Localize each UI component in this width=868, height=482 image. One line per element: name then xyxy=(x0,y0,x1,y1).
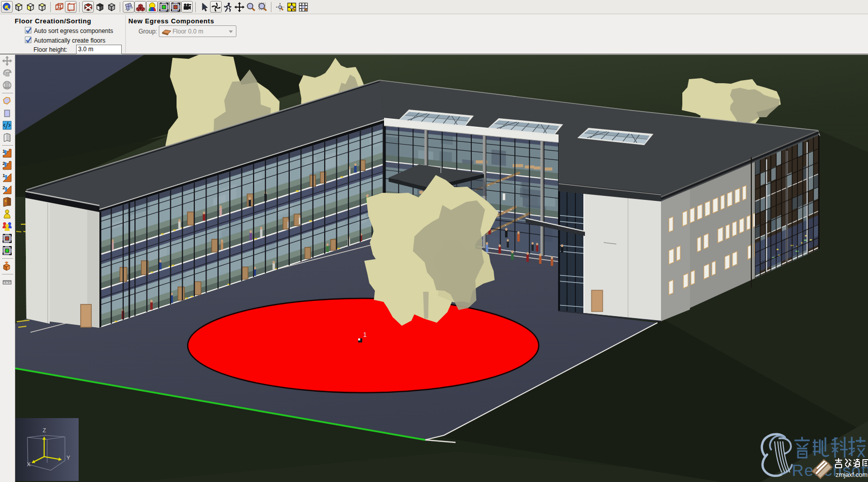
svg-text:2: 2 xyxy=(3,161,5,166)
svg-text:Z: Z xyxy=(43,427,46,433)
svg-text:1: 1 xyxy=(3,149,5,154)
svg-text:Y: Y xyxy=(66,455,71,461)
svg-text:1: 1 xyxy=(3,173,5,178)
svg-text:zmjaxf.com: zmjaxf.com xyxy=(836,471,867,478)
svg-text:2: 2 xyxy=(3,185,5,190)
svg-text:1: 1 xyxy=(363,331,367,338)
svg-text:X: X xyxy=(27,461,31,467)
